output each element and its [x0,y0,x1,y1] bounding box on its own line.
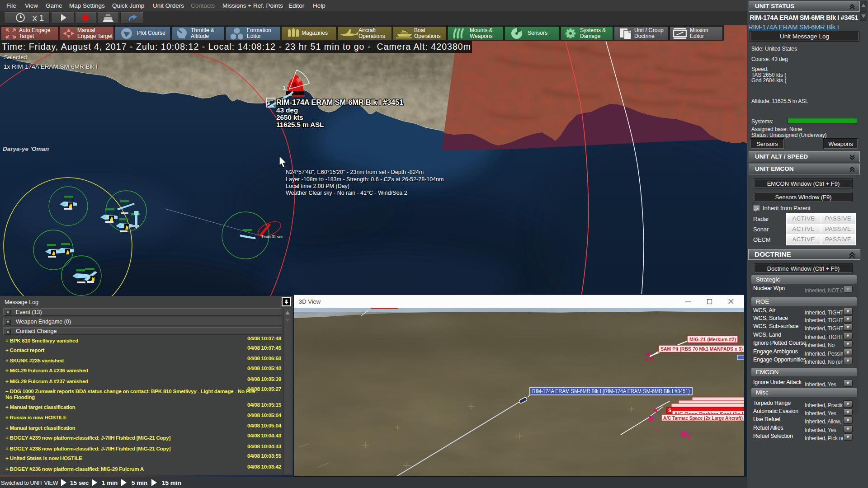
svg-text:1: 1 [283,84,286,91]
svg-text:SAM Plt (RBS 70 Mk1 MANPADS x: SAM Plt (RBS 70 Mk1 MANPADS x 3) [660,346,743,352]
svg-text:RIM-174A ERAM SM-6MR Blk I #34: RIM-174A ERAM SM-6MR Blk I #3451 [276,98,403,106]
svg-text:x 1: x 1 [33,13,44,23]
svg-text:Layer -108m to -183m - Strengt: Layer -108m to -183m - Strength: 0.6 - C… [286,176,443,183]
svg-text:15 sec: 15 sec [70,479,89,486]
svg-text:7 min 31 sec: 7 min 31 sec [261,235,283,239]
svg-text:15 min: 15 min [162,479,181,486]
svg-text:N24°57'48", E60°15'20" - 23nm: N24°57'48", E60°15'20" - 23nm from sel -… [286,169,424,175]
svg-text:S: S [668,408,671,413]
svg-text:Local time 2:08 PM (Day): Local time 2:08 PM (Day) [286,183,349,189]
svg-text:2650 kts: 2650 kts [276,113,303,121]
svg-text:43 deg: 43 deg [276,106,298,114]
svg-text:RIM-174A ERAM SM-6MR Blk I (RI: RIM-174A ERAM SM-6MR Blk I (RIM-174A ERA… [532,388,690,394]
svg-text:11625.5 m ASL: 11625.5 m ASL [276,121,324,128]
svg-text:Darya-ye 'Oman: Darya-ye 'Oman [3,145,49,152]
svg-text:1 min: 1 min [102,479,118,486]
svg-text:MiG-21 (Merkum #2): MiG-21 (Merkum #2) [689,337,736,342]
svg-text:5 min: 5 min [132,479,147,486]
svg-text:Weather Clear sky - No rain -: Weather Clear sky - No rain - 41°C - Win… [286,190,407,196]
svg-text:A/C Tarmac Space (2x Large Air: A/C Tarmac Space (2x Large Aircraft) [663,415,743,421]
